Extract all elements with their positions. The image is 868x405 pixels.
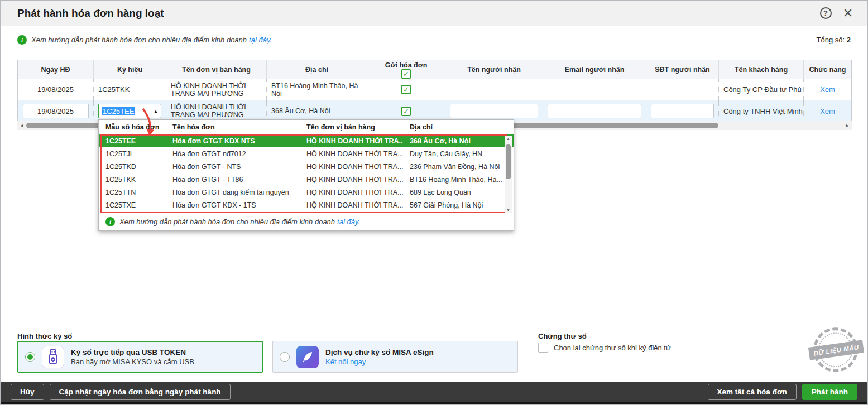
dd-cell-code: 1C25TKK	[99, 176, 166, 184]
dd-col-code: Mẫu số hóa đơn	[99, 123, 166, 131]
esign-option-title: Dịch vụ chữ ký số MISA eSign	[325, 348, 434, 356]
chevron-up-icon[interactable]: ▲	[154, 109, 158, 114]
vertical-scrollbar[interactable]: ▲ ▼	[505, 136, 512, 214]
phone-input[interactable]	[651, 104, 714, 118]
dd-cell-seller: HỘ KINH DOANH THỜI TRA...	[300, 163, 403, 171]
dd-cell-seller: HỘ KINH DOANH THỜI TRA...	[300, 176, 403, 184]
dropdown-item[interactable]: 1C25TXE Hóa đơn GTGT KDX - 1TS HỘ KINH D…	[99, 199, 514, 211]
col-header-email: Email người nhận	[543, 60, 646, 79]
certificate-checkbox-row[interactable]: Chọn lại chứng thư số khi ký điện tử	[538, 343, 671, 353]
dd-col-seller: Tên đơn vị bán hàng	[300, 123, 403, 131]
cell-customer: Công ty TNHH Việt Minh	[718, 100, 803, 122]
guide-text: Xem hướng dẫn phát hành hóa đơn cho nhiề…	[119, 218, 335, 226]
cell-date-edit	[18, 100, 93, 122]
dropdown-footer: i Xem hướng dẫn phát hành hóa đơn cho nh…	[99, 213, 514, 230]
close-button[interactable]: ✕	[841, 6, 855, 21]
col-header-symbol: Ký hiệu	[93, 60, 166, 79]
dd-cell-code: 1C25TTN	[99, 189, 166, 196]
certificate-checkbox[interactable]	[538, 343, 548, 353]
receiver-input[interactable]	[450, 104, 538, 118]
email-input[interactable]	[548, 104, 641, 118]
info-icon: i	[105, 217, 115, 226]
dd-cell-address: 368 Âu Cơ, Hà Nội	[403, 137, 514, 145]
dd-cell-code: 1C25TJL	[99, 150, 166, 158]
view-link[interactable]: Xem	[820, 85, 835, 94]
cell-customer: Công Ty CP Đầu tư Phú Th	[718, 79, 803, 100]
cell-seller: HỘ KINH DOANH THỜI TRANG MAI PHƯƠNG	[166, 79, 266, 100]
template-dropdown: Mẫu số hóa đơn Tên hóa đơn Tên đơn vị bá…	[98, 119, 514, 231]
vscroll-thumb[interactable]	[506, 144, 511, 179]
usb-option-subtitle: Bạn hãy mở MISA KYSO và cắm USB	[71, 358, 194, 366]
update-invoice-date-button[interactable]: Cập nhật ngày hóa đơn bằng ngày phát hàn…	[50, 384, 231, 400]
col-header-action: Chức năng	[803, 60, 851, 79]
cell-action: Xem	[803, 79, 851, 100]
usb-option-title: Ký số trực tiếp qua USB TOKEN	[71, 348, 194, 356]
col-header-date: Ngày HĐ	[18, 60, 93, 79]
dd-cell-address: 689 Lạc Long Quân	[403, 189, 514, 196]
dd-col-name: Tên hóa đơn	[166, 123, 300, 131]
cell-email	[543, 79, 646, 100]
view-link[interactable]: Xem	[820, 107, 835, 115]
scroll-right-icon[interactable]: ►	[843, 123, 852, 128]
col-header-customer: Tên khách hàng	[718, 60, 803, 79]
col-header-receiver: Tên người nhận	[445, 60, 543, 79]
help-icon: ?	[820, 7, 832, 19]
radio-esign[interactable]	[280, 352, 290, 362]
dd-cell-seller: HỘ KINH DOANH THỜI TRA...	[300, 189, 403, 196]
scroll-left-icon[interactable]: ◄	[17, 123, 26, 128]
dd-cell-seller: HỘ KINH DOANH THỜI TRA...	[300, 137, 403, 145]
batch-invoice-dialog: Phát hành hóa đơn hàng loạt ? ✕ i Xem hư…	[0, 0, 868, 405]
date-input[interactable]	[23, 104, 89, 118]
publish-button[interactable]: Phát hành	[802, 384, 857, 400]
dd-cell-code: 1C25TEE	[99, 137, 166, 145]
total-count: Tổng số: 2	[817, 36, 851, 44]
send-checkbox[interactable]: ✓	[401, 107, 411, 116]
cell-action: Xem	[803, 100, 851, 122]
info-icon: i	[17, 35, 27, 45]
cell-date: 19/08/2025	[18, 79, 93, 100]
dropdown-item[interactable]: 1C25TKD Hóa đơn GTGT - NTS HỘ KINH DOANH…	[99, 160, 514, 173]
scroll-up-icon[interactable]: ▲	[506, 136, 510, 142]
send-checkbox[interactable]: ✓	[401, 85, 411, 94]
send-all-checkbox[interactable]: ✓	[401, 69, 411, 79]
cancel-button[interactable]: Hủy	[11, 384, 44, 400]
page-title: Phát hành hóa đơn hàng loạt	[17, 7, 811, 20]
dropdown-item[interactable]: 1C25TTN Hóa đơn GTGT đăng kiểm tài nguyê…	[99, 186, 514, 199]
dd-cell-address: 567 Giải Phóng, Hà Nội	[403, 201, 514, 209]
signing-option-usb-token[interactable]: Ký số trực tiếp qua USB TOKEN Bạn hãy mở…	[17, 341, 263, 373]
esign-option-texts: Dịch vụ chữ ký số MISA eSign Kết nối nga…	[325, 348, 434, 366]
dd-cell-name: Hóa đơn GTGT KDX NTS	[166, 137, 300, 145]
col-header-seller: Tên đơn vị bán hàng	[166, 60, 266, 79]
symbol-combobox[interactable]: 1C25TEE ▲	[98, 104, 161, 118]
signing-option-esign[interactable]: Dịch vụ chữ ký số MISA eSign Kết nối nga…	[272, 341, 518, 373]
dropdown-item-selected[interactable]: 1C25TEE Hóa đơn GTGT KDX NTS HỘ KINH DOA…	[99, 134, 514, 147]
esign-feather-icon	[296, 346, 319, 368]
cell-receiver-edit	[445, 100, 543, 122]
dropdown-item[interactable]: 1C25TJL Hóa đơn GTGT nđ7012 HỘ KINH DOAN…	[99, 147, 514, 160]
col-header-address: Địa chỉ	[266, 60, 367, 79]
dd-cell-name: Hóa đơn GTGT - TT86	[166, 176, 300, 184]
col-header-send-label: Gửi hóa đơn	[385, 61, 428, 69]
usb-token-icon	[42, 346, 64, 368]
col-header-send: Gửi hóa đơn ✓	[367, 60, 445, 79]
radio-usb-token[interactable]	[25, 352, 35, 362]
table-header-row: Ngày HĐ Ký hiệu Tên đơn vị bán hàng Địa …	[18, 60, 851, 79]
dd-col-address: Địa chỉ	[403, 123, 514, 131]
cell-phone	[646, 79, 718, 100]
guide-link[interactable]: tại đây.	[249, 36, 272, 44]
esign-connect-link[interactable]: Kết nối ngay	[325, 358, 366, 366]
table-row: 19/08/2025 1C25TKK HỘ KINH DOANH THỜI TR…	[18, 79, 851, 100]
view-all-invoices-button[interactable]: Xem tất cả hóa đơn	[708, 384, 797, 400]
dd-cell-seller: HỘ KINH DOANH THỜI TRA...	[300, 201, 403, 209]
guide-link[interactable]: tại đây.	[337, 218, 360, 226]
vscroll-track[interactable]	[505, 142, 512, 207]
dd-cell-seller: HỘ KINH DOANH THỜI TRA...	[300, 150, 403, 158]
dd-cell-name: Hóa đơn GTGT nđ7012	[166, 150, 300, 158]
dd-cell-code: 1C25TKD	[99, 163, 166, 171]
symbol-combobox-value: 1C25TEE	[102, 107, 135, 115]
dropdown-item[interactable]: 1C25TKK Hóa đơn GTGT - TT86 HỘ KINH DOAN…	[99, 173, 514, 186]
guide-text: Xem hướng dẫn phát hành hóa đơn cho nhiề…	[31, 36, 247, 44]
help-button[interactable]: ?	[818, 6, 833, 21]
sample-data-stamp: DỮ LIỆU MẪU	[806, 324, 866, 377]
cell-seller: HỘ KINH DOANH THỜI TRANG MAI PHƯƠNG	[166, 100, 266, 122]
